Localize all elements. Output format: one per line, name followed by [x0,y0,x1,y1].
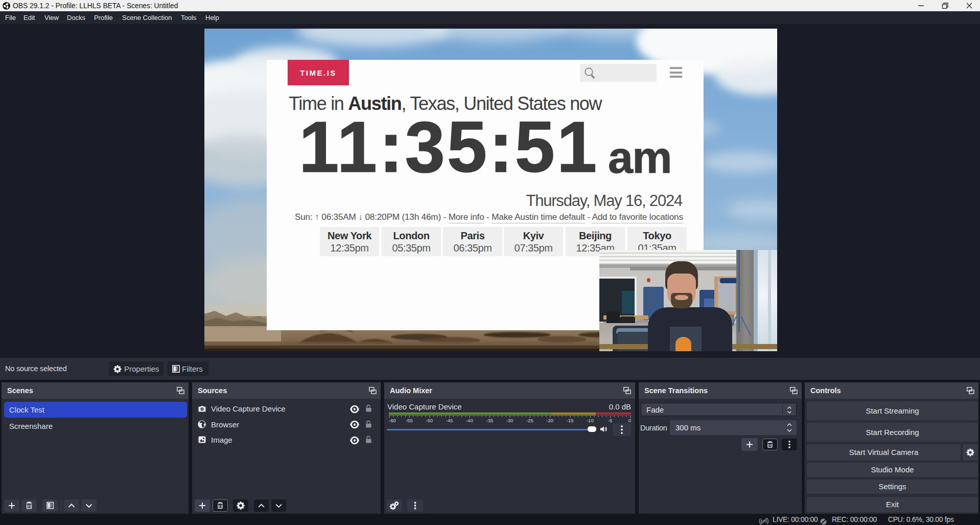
svg-text:-25: -25 [526,418,533,423]
svg-text:-15: -15 [567,418,574,423]
svg-text:-55: -55 [406,418,413,423]
svg-text:-20: -20 [546,418,553,423]
svg-text:-5: -5 [608,418,612,423]
svg-text:0: 0 [628,418,631,423]
svg-text:-45: -45 [446,418,453,423]
svg-text:-60: -60 [389,418,396,423]
svg-text:-30: -30 [506,418,514,423]
svg-text:-10: -10 [587,418,594,423]
svg-text:-35: -35 [486,418,493,423]
svg-text:-40: -40 [466,418,473,423]
svg-text:-50: -50 [426,418,433,423]
